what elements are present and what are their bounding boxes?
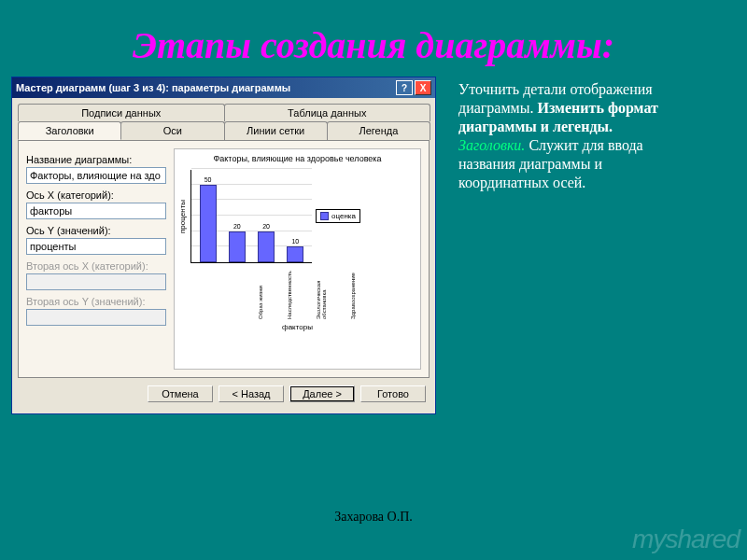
chart-category-label: Здравоохранение: [350, 263, 356, 319]
chart-bar: 10: [287, 246, 303, 262]
tab-gridlines[interactable]: Линии сетки: [224, 121, 328, 140]
tab-titles[interactable]: Заголовки: [18, 121, 121, 140]
chart-category-label: Наследственность: [287, 263, 292, 319]
back-button[interactable]: < Назад: [218, 385, 284, 402]
desc-highlight: Заголовки.: [458, 137, 525, 153]
preview-title: Факторы, влияющие на здоровье человека: [213, 155, 381, 164]
watermark: myshared: [632, 525, 740, 554]
preview-xlabel: факторы: [282, 323, 313, 331]
chart-wizard-dialog: Мастер диаграмм (шаг 3 из 4): параметры …: [11, 77, 436, 414]
axis-x-input[interactable]: [26, 203, 166, 219]
preview-plot-area: 50202010: [190, 170, 312, 263]
chart-preview: Факторы, влияющие на здоровье человека п…: [174, 148, 421, 370]
finish-button[interactable]: Готово: [360, 385, 426, 402]
axis-y-input[interactable]: [26, 238, 166, 255]
dialog-titlebar: Мастер диаграмм (шаг 3 из 4): параметры …: [12, 77, 435, 98]
tab-axes[interactable]: Оси: [120, 121, 224, 140]
legend-swatch-icon: [320, 212, 329, 220]
slide-title: Этапы создания диаграммы:: [0, 0, 747, 77]
tab-data-table[interactable]: Таблица данных: [224, 104, 431, 121]
chart-title-input[interactable]: [26, 167, 166, 184]
author-credit: Захарова О.П.: [0, 510, 747, 525]
legend-label: оценка: [331, 212, 356, 220]
axis-x2-label: Вторая ось X (категорий):: [26, 260, 166, 272]
help-icon[interactable]: ?: [396, 80, 413, 95]
chart-category-label: Экологическая обстановка: [316, 263, 327, 319]
close-icon[interactable]: X: [415, 80, 431, 95]
chart-bar: 20: [258, 231, 275, 262]
chart-bar: 50: [200, 185, 217, 262]
axis-y2-input: [26, 309, 166, 326]
chart-category-label: Образ жизни: [258, 263, 263, 319]
dialog-title: Мастер диаграмм (шаг 3 из 4): параметры …: [16, 82, 396, 93]
slide-description: Уточнить детали отображения диаграммы. И…: [436, 77, 688, 192]
preview-legend: оценка: [316, 209, 360, 223]
tab-legend[interactable]: Легенда: [327, 121, 430, 140]
cancel-button[interactable]: Отмена: [148, 385, 213, 402]
chart-title-label: Название диаграммы:: [26, 154, 166, 165]
axis-y-label: Ось Y (значений):: [26, 225, 166, 236]
tab-data-labels[interactable]: Подписи данных: [18, 104, 225, 121]
tab-panel-titles: Название диаграммы: Ось X (категорий): О…: [18, 140, 430, 378]
axis-x-label: Ось X (категорий):: [26, 189, 166, 201]
preview-ylabel: проценты: [178, 200, 187, 233]
chart-bar: 20: [229, 231, 246, 262]
next-button[interactable]: Далее >: [289, 385, 355, 402]
axis-x2-input: [26, 273, 166, 290]
preview-categories: Образ жизниНаследственностьЭкологическая…: [247, 263, 368, 319]
axis-y2-label: Вторая ось Y (значений):: [26, 296, 166, 307]
